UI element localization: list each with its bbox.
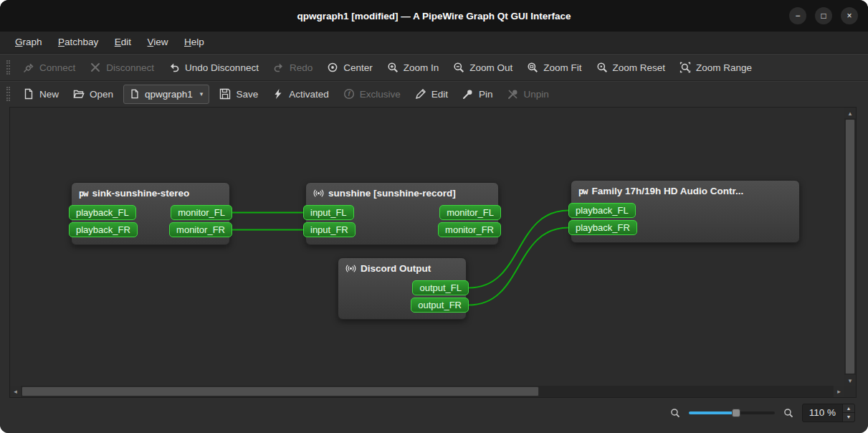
undo-label: Undo Disconnect xyxy=(185,62,259,73)
disconnect-button[interactable]: Disconnect xyxy=(82,57,161,77)
lightning-icon xyxy=(272,88,284,100)
toolbar-handle[interactable] xyxy=(6,87,10,101)
zoom-in-icon xyxy=(387,62,399,73)
save-label: Save xyxy=(236,89,258,100)
zoom-value: 110 % xyxy=(803,404,842,422)
save-patchbay-button[interactable]: Save xyxy=(212,84,265,104)
connect-icon xyxy=(23,62,34,73)
vertical-scroll-handle[interactable] xyxy=(845,119,855,374)
main-area: pwsink-sunshine-stereoplayback_FLplaybac… xyxy=(0,107,868,433)
zoom-spinbox[interactable]: 110 % ▲ ▼ xyxy=(802,404,855,422)
exclusive-icon: f xyxy=(343,88,355,100)
titlebar[interactable]: qpwgraph1 [modified] — A PipeWire Graph … xyxy=(0,0,868,32)
zoom-fit-button[interactable]: Zoom Fit xyxy=(520,57,588,77)
open-patchbay-button[interactable]: Open xyxy=(66,84,120,104)
zoom-in-label: Zoom In xyxy=(404,62,439,73)
menu-view[interactable]: View xyxy=(141,32,175,52)
undo-disconnect-button[interactable]: Undo Disconnect xyxy=(161,57,266,77)
horizontal-scroll-handle[interactable] xyxy=(22,386,539,396)
minimize-button[interactable]: − xyxy=(789,7,806,24)
zoom-slider-handle[interactable] xyxy=(732,409,740,417)
audio-stream-icon xyxy=(313,188,324,199)
port-output_FL[interactable]: output_FL xyxy=(412,280,469,295)
menu-edit[interactable]: Edit xyxy=(108,32,138,52)
zoom-out-button[interactable]: Zoom Out xyxy=(446,57,520,77)
graph-canvas[interactable]: pwsink-sunshine-stereoplayback_FLplaybac… xyxy=(10,108,844,386)
pin-label: Pin xyxy=(479,89,493,100)
port-monitor_FL[interactable]: monitor_FL xyxy=(439,205,501,220)
zoom-spin-down-button[interactable]: ▼ xyxy=(843,412,854,422)
patchbay-selector-dropdown[interactable]: qpwgraph1 ▾ xyxy=(123,85,209,104)
node-sunshine[interactable]: sunshine [sunshine-record]input_FLinput_… xyxy=(305,182,499,245)
activated-toggle[interactable]: Activated xyxy=(265,84,336,104)
close-icon: × xyxy=(846,11,852,21)
exclusive-toggle[interactable]: f Exclusive xyxy=(336,84,408,104)
unpin-button[interactable]: Unpin xyxy=(500,84,556,104)
node-family-audio[interactable]: pwFamily 17h/19h HD Audio Contr...playba… xyxy=(571,180,800,243)
scroll-down-arrow[interactable]: ▾ xyxy=(844,375,856,386)
graph-toolbar: Connect Disconnect Undo Disconnect Redo xyxy=(0,54,868,80)
menu-patchbay[interactable]: Patchbay xyxy=(52,32,105,52)
port-input_FR[interactable]: input_FR xyxy=(303,222,356,237)
unpin-icon xyxy=(507,88,519,100)
port-monitor_FR[interactable]: monitor_FR xyxy=(438,222,501,237)
horizontal-scrollbar[interactable]: ◂ ▸ xyxy=(10,386,844,397)
close-button[interactable]: × xyxy=(841,7,858,24)
connect-button[interactable]: Connect xyxy=(16,57,82,77)
redo-button[interactable]: Redo xyxy=(266,57,320,77)
edit-label: Edit xyxy=(431,89,448,100)
pencil-icon xyxy=(415,88,426,100)
zoom-reset-label: Zoom Reset xyxy=(613,62,666,73)
window-controls: − □ × xyxy=(789,0,858,32)
open-label: Open xyxy=(90,89,113,100)
redo-icon xyxy=(273,62,285,73)
zoom-range-label: Zoom Range xyxy=(696,62,752,73)
maximize-button[interactable]: □ xyxy=(815,7,832,24)
statusbar: 110 % ▲ ▼ xyxy=(9,398,857,432)
zoom-spin-up-button[interactable]: ▲ xyxy=(843,404,854,413)
zoom-out-icon[interactable] xyxy=(670,408,680,418)
zoom-reset-button[interactable]: Zoom Reset xyxy=(589,57,673,77)
zoom-range-button[interactable]: Zoom Range xyxy=(672,57,759,77)
node-sink-sunshine-stereo[interactable]: pwsink-sunshine-stereoplayback_FLplaybac… xyxy=(71,182,230,245)
scroll-up-arrow[interactable]: ▴ xyxy=(844,108,856,118)
window-title: qpwgraph1 [modified] — A PipeWire Graph … xyxy=(297,11,571,22)
pin-icon xyxy=(462,88,474,100)
port-playback_FR[interactable]: playback_FR xyxy=(69,222,138,237)
patchbay-toolbar: New Open qpwgraph1 ▾ Save Activate xyxy=(0,80,868,107)
port-playback_FR[interactable]: playback_FR xyxy=(568,220,637,235)
port-input_FL[interactable]: input_FL xyxy=(303,205,354,220)
edit-patchbay-button[interactable]: Edit xyxy=(408,84,455,104)
zoom-in-button[interactable]: Zoom In xyxy=(380,57,447,77)
zoom-in-icon[interactable] xyxy=(783,408,793,418)
save-icon xyxy=(219,88,231,100)
port-monitor_FL[interactable]: monitor_FL xyxy=(171,205,232,220)
node-discord-output[interactable]: Discord Outputoutput_FLoutput_FR xyxy=(338,257,467,320)
zoom-range-icon xyxy=(679,62,691,73)
menu-help[interactable]: Help xyxy=(178,32,211,52)
disconnect-label: Disconnect xyxy=(106,62,154,73)
new-patchbay-button[interactable]: New xyxy=(16,84,66,104)
connect-label: Connect xyxy=(39,62,75,73)
port-playback_FL[interactable]: playback_FL xyxy=(568,203,636,218)
connections-layer xyxy=(10,108,844,386)
toolbar-handle[interactable] xyxy=(6,60,10,75)
zoom-slider[interactable] xyxy=(689,407,775,419)
open-folder-icon xyxy=(73,88,85,100)
pin-button[interactable]: Pin xyxy=(455,84,500,104)
scroll-left-arrow[interactable]: ◂ xyxy=(10,386,21,397)
qpwgraph-window: qpwgraph1 [modified] — A PipeWire Graph … xyxy=(0,0,868,433)
center-button[interactable]: Center xyxy=(320,57,380,77)
scroll-right-arrow[interactable]: ▸ xyxy=(834,386,844,397)
maximize-icon: □ xyxy=(821,11,826,21)
chevron-down-icon: ▾ xyxy=(200,90,204,97)
vertical-scrollbar[interactable]: ▴ ▾ xyxy=(844,108,856,386)
horizontal-scroll-track[interactable] xyxy=(539,386,834,397)
port-monitor_FR[interactable]: monitor_FR xyxy=(169,222,232,237)
port-playback_FL[interactable]: playback_FL xyxy=(69,205,136,220)
menu-graph[interactable]: Graph xyxy=(9,32,49,52)
pipewire-icon: pw xyxy=(578,186,587,196)
zoom-slider-fill xyxy=(689,411,736,414)
new-file-icon xyxy=(23,88,34,100)
port-output_FR[interactable]: output_FR xyxy=(411,298,469,313)
